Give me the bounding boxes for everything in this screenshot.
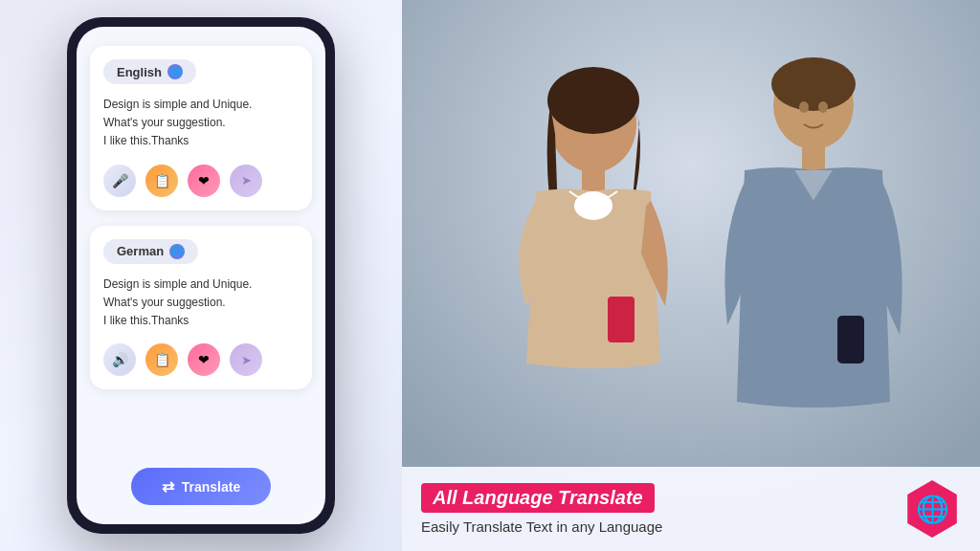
translate-button-label: Translate [182,479,240,495]
mic-icon: 🎤 [112,173,128,188]
target-action-buttons: 🔊 📋 ❤ ➤ [103,343,299,376]
target-copy-button[interactable]: 📋 [145,343,178,376]
svg-point-11 [818,101,828,113]
right-panel: All Language Translate Easily Translate … [402,0,980,551]
target-globe-icon: 🌐 [169,244,185,259]
share-button[interactable]: ➤ [230,165,262,197]
mic-button[interactable]: 🎤 [103,165,136,197]
speaker-icon: 🔊 [112,352,128,367]
source-globe-icon: 🌐 [167,64,183,79]
target-text: Design is simple and Unique. What's your… [103,276,299,331]
phone-mockup: English 🌐 Design is simple and Unique. W… [67,17,335,534]
target-share-button[interactable]: ➤ [230,343,262,376]
translate-icon: ⇄ [162,477,174,496]
target-language-label: German [117,244,164,258]
svg-point-7 [771,57,856,111]
favorite-button[interactable]: ❤ [188,165,220,197]
left-panel: English 🌐 Design is simple and Unique. W… [0,0,402,551]
globe-hexagon-icon: 🌐 [903,480,961,538]
svg-point-2 [547,67,639,134]
svg-rect-3 [582,167,605,191]
translate-button[interactable]: ⇄ Translate [131,468,271,505]
target-heart-icon: ❤ [198,352,210,367]
target-lang-selector[interactable]: German 🌐 [103,239,299,264]
svg-point-10 [799,101,809,113]
banner-logo: 🌐 [903,480,961,538]
source-card: English 🌐 Design is simple and Unique. W… [90,46,312,210]
target-language-pill[interactable]: German 🌐 [103,239,198,264]
svg-rect-9 [837,316,864,364]
target-copy-icon: 📋 [154,352,170,367]
source-lang-selector[interactable]: English 🌐 [103,59,299,84]
target-speaker-button[interactable]: 🔊 [103,343,136,376]
svg-rect-5 [608,297,635,342]
svg-point-4 [574,191,612,220]
banner-subtitle: Easily Translate Text in any Language [421,518,888,535]
copy-button[interactable]: 📋 [145,165,178,197]
translate-button-container: ⇄ Translate [90,464,312,505]
bottom-banner: All Language Translate Easily Translate … [402,467,980,551]
copy-icon: 📋 [154,173,170,188]
svg-rect-8 [802,143,825,170]
source-language-pill[interactable]: English 🌐 [103,59,196,84]
heart-icon: ❤ [198,173,210,188]
target-favorite-button[interactable]: ❤ [188,343,220,376]
banner-title: All Language Translate [421,483,655,513]
source-text: Design is simple and Unique. What's your… [103,96,299,151]
target-share-icon: ➤ [241,353,252,367]
source-action-buttons: 🎤 📋 ❤ ➤ [103,165,299,197]
source-language-label: English [117,65,162,79]
share-icon: ➤ [241,173,252,187]
phone-screen: English 🌐 Design is simple and Unique. W… [77,27,325,524]
target-card: German 🌐 Design is simple and Unique. Wh… [90,226,312,390]
banner-text-block: All Language Translate Easily Translate … [421,483,888,535]
